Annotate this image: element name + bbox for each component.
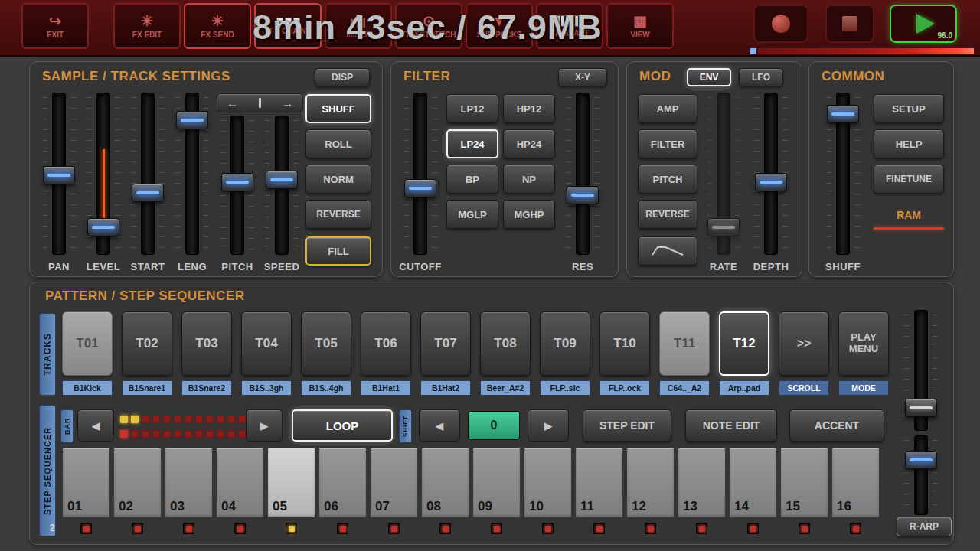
track-button-t03[interactable]: T03 [181, 311, 232, 376]
res-fader[interactable] [566, 93, 599, 255]
track-button-t08[interactable]: T08 [480, 311, 531, 376]
scroll-button[interactable]: >> [779, 311, 829, 376]
accent-button[interactable]: ACCENT [789, 409, 884, 442]
track-button-t06[interactable]: T06 [361, 311, 411, 376]
track-button-t01[interactable]: T01 [62, 311, 113, 376]
filter-type-mglp[interactable]: MGLP [446, 200, 498, 229]
r-arp-fader-handle[interactable] [905, 451, 937, 469]
play-button[interactable]: 96.0 [890, 5, 957, 43]
r-arp-fader[interactable] [904, 435, 938, 515]
filter-type-lp24[interactable]: LP24 [446, 129, 498, 158]
loop-button[interactable]: LOOP [292, 409, 393, 442]
mod-pitch-button[interactable]: PITCH [638, 165, 697, 194]
filter-type-hp12[interactable]: HP12 [503, 94, 555, 123]
r-arp-button[interactable]: R-ARP [897, 517, 952, 536]
res-fader-handle[interactable] [567, 186, 599, 204]
step-cell-09[interactable]: 09 [472, 448, 521, 518]
pattern-scroll-fader[interactable] [904, 310, 938, 431]
mod-reverse-button[interactable]: REVERSE [638, 200, 697, 229]
pan-fader-handle[interactable] [43, 166, 75, 184]
step-cell-02[interactable]: 02 [113, 448, 162, 518]
exit-button[interactable]: ↪ EXIT [21, 3, 89, 49]
finetune-button[interactable]: FINETUNE [874, 165, 944, 194]
pattern-scroll-fader-handle[interactable] [905, 399, 937, 417]
step-cell-06[interactable]: 06 [318, 448, 367, 518]
step-cell-01[interactable]: 01 [62, 448, 110, 518]
common-shuff-fader-handle[interactable] [827, 105, 859, 123]
track-button-t07[interactable]: T07 [420, 311, 471, 376]
reverse-button[interactable]: REVERSE [305, 200, 371, 229]
speed-fader-handle[interactable] [266, 171, 298, 189]
step-cell-14[interactable]: 14 [729, 448, 777, 518]
step-cell-05[interactable]: 05 [267, 448, 315, 518]
start-fader-handle[interactable] [132, 184, 164, 202]
leng-fader-handle[interactable] [176, 111, 208, 129]
shift-down-button[interactable]: ◀ [419, 409, 460, 442]
pitch-fader[interactable] [220, 116, 254, 255]
track-button-t04[interactable]: T04 [241, 311, 292, 376]
step-cell-11[interactable]: 11 [575, 448, 623, 518]
norm-button[interactable]: NORM [305, 165, 371, 194]
track-button-t12[interactable]: T12 [719, 311, 769, 376]
bar-next-button[interactable]: ▶ [246, 409, 283, 442]
cutoff-fader[interactable] [403, 93, 437, 255]
level-fader-handle[interactable] [87, 218, 119, 236]
fill-button[interactable]: FILL [305, 236, 371, 266]
track-button-t09[interactable]: T09 [540, 311, 590, 376]
track-button-t10[interactable]: T10 [599, 311, 650, 376]
step-cell-07[interactable]: 07 [370, 448, 418, 518]
step-edit-button[interactable]: STEP EDIT [583, 409, 671, 442]
roll-button[interactable]: ROLL [305, 129, 371, 158]
depth-fader-handle[interactable] [755, 173, 787, 191]
bar-prev-button[interactable]: ◀ [77, 409, 114, 442]
step-cell-12[interactable]: 12 [626, 448, 675, 518]
rate-fader-handle[interactable] [707, 218, 740, 236]
filter-type-np[interactable]: NP [503, 165, 555, 194]
fx-send-button[interactable]: ✳ FX SEND [184, 3, 251, 49]
common-shuff-fader[interactable] [826, 93, 860, 255]
note-edit-button[interactable]: NOTE EDIT [685, 409, 777, 442]
mod-amp-button[interactable]: AMP [638, 94, 697, 123]
step-cell-04[interactable]: 04 [216, 448, 264, 518]
filter-type-lp12[interactable]: LP12 [446, 94, 498, 123]
speed-fader[interactable] [265, 116, 299, 255]
pitch-fader-handle[interactable] [221, 173, 253, 191]
depth-fader[interactable] [754, 93, 788, 255]
rate-fader[interactable] [707, 93, 740, 255]
env-tab[interactable]: ENV [687, 68, 731, 86]
pitch-fader-group: PITCH [216, 93, 259, 272]
pager-right-icon[interactable]: → [282, 96, 293, 109]
env-shape-button[interactable] [638, 236, 697, 266]
help-button[interactable]: HELP [874, 129, 944, 158]
shuff-button[interactable]: SHUFF [305, 94, 371, 123]
track-button-t02[interactable]: T02 [122, 311, 172, 376]
lfo-tab[interactable]: LFO [739, 68, 783, 86]
step-cell-10[interactable]: 10 [524, 448, 572, 518]
pager-left-icon[interactable]: ← [227, 96, 238, 109]
track-button-t11[interactable]: T11 [659, 311, 710, 376]
xy-button[interactable]: X-Y [558, 68, 607, 86]
disp-button[interactable]: DISP [315, 68, 370, 86]
cutoff-fader-handle[interactable] [404, 179, 436, 197]
step-cell-15[interactable]: 15 [780, 448, 828, 518]
step-cell-16[interactable]: 16 [831, 448, 880, 518]
record-button[interactable] [753, 5, 808, 43]
level-fader[interactable] [87, 93, 120, 255]
fx-edit-button[interactable]: ✳ FX EDIT [113, 3, 181, 49]
filter-type-hp24[interactable]: HP24 [503, 129, 555, 158]
start-fader[interactable] [131, 93, 165, 255]
mod-filter-button[interactable]: FILTER [638, 129, 697, 158]
leng-fader[interactable] [175, 93, 209, 255]
step-cell-03[interactable]: 03 [165, 448, 213, 518]
filter-type-mghp[interactable]: MGHP [503, 200, 555, 229]
step-cell-13[interactable]: 13 [678, 448, 726, 518]
filter-type-bp[interactable]: BP [446, 165, 498, 194]
pan-fader[interactable] [42, 93, 76, 255]
stop-button[interactable] [825, 5, 874, 43]
shift-up-button[interactable]: ▶ [528, 409, 569, 442]
setup-button[interactable]: SETUP [874, 94, 944, 123]
step-cell-08[interactable]: 08 [421, 448, 469, 518]
track-button-t05[interactable]: T05 [301, 311, 351, 376]
view-button[interactable]: ▦ VIEW [606, 3, 674, 49]
play-menu-button[interactable]: PLAY MENU [838, 311, 889, 376]
